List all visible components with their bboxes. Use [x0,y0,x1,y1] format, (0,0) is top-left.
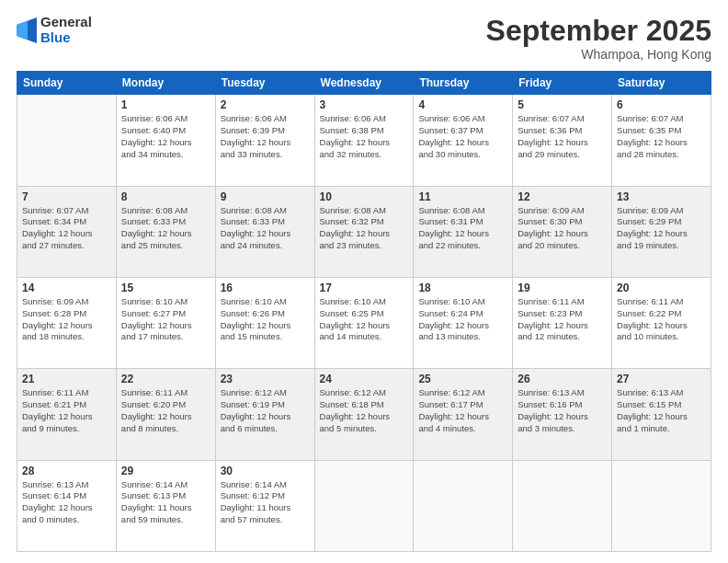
day-info: Sunrise: 6:11 AMSunset: 6:23 PMDaylight:… [518,296,607,343]
day-info: Sunrise: 6:06 AMSunset: 6:37 PMDaylight:… [418,113,507,160]
calendar-cell: 30Sunrise: 6:14 AMSunset: 6:12 PMDayligh… [215,460,314,551]
day-number: 12 [518,190,607,203]
day-info: Sunrise: 6:09 AMSunset: 6:28 PMDaylight:… [22,296,111,343]
day-info: Sunrise: 6:07 AMSunset: 6:36 PMDaylight:… [518,113,607,160]
day-number: 26 [518,373,607,385]
calendar-cell: 19Sunrise: 6:11 AMSunset: 6:23 PMDayligh… [513,277,612,368]
day-info: Sunrise: 6:13 AMSunset: 6:14 PMDaylight:… [22,479,111,526]
day-number: 7 [22,190,111,203]
calendar-cell [513,460,612,551]
day-header-sunday: Sunday [17,72,117,95]
day-number: 9 [221,190,310,203]
day-number: 24 [320,373,409,385]
day-number: 1 [121,98,210,111]
day-info: Sunrise: 6:06 AMSunset: 6:38 PMDaylight:… [320,113,409,160]
day-number: 28 [22,465,111,477]
calendar-cell: 17Sunrise: 6:10 AMSunset: 6:25 PMDayligh… [314,277,414,368]
day-number: 18 [418,282,507,294]
calendar-cell: 15Sunrise: 6:10 AMSunset: 6:27 PMDayligh… [116,277,215,368]
calendar-cell: 1Sunrise: 6:06 AMSunset: 6:40 PMDaylight… [116,95,215,186]
day-info: Sunrise: 6:12 AMSunset: 6:19 PMDaylight:… [221,387,310,434]
calendar-cell [414,460,513,551]
calendar-cell: 10Sunrise: 6:08 AMSunset: 6:32 PMDayligh… [314,186,414,277]
day-number: 21 [22,373,111,385]
day-number: 2 [221,98,310,111]
day-header-tuesday: Tuesday [215,72,314,95]
day-info: Sunrise: 6:10 AMSunset: 6:27 PMDaylight:… [121,296,210,343]
day-header-monday: Monday [116,72,215,95]
day-info: Sunrise: 6:09 AMSunset: 6:29 PMDaylight:… [617,205,706,252]
logo-general: General [40,15,92,30]
calendar-cell: 2Sunrise: 6:06 AMSunset: 6:39 PMDaylight… [215,95,314,186]
svg-marker-1 [17,21,28,40]
day-number: 16 [221,282,310,294]
day-number: 14 [22,282,111,294]
day-number: 23 [221,373,310,385]
day-info: Sunrise: 6:10 AMSunset: 6:24 PMDaylight:… [418,296,507,343]
calendar-cell: 29Sunrise: 6:14 AMSunset: 6:13 PMDayligh… [116,460,215,551]
calendar-cell: 11Sunrise: 6:08 AMSunset: 6:31 PMDayligh… [414,186,513,277]
day-info: Sunrise: 6:07 AMSunset: 6:34 PMDaylight:… [22,205,111,252]
calendar-cell: 12Sunrise: 6:09 AMSunset: 6:30 PMDayligh… [513,186,612,277]
calendar-table: SundayMondayTuesdayWednesdayThursdayFrid… [17,71,711,552]
day-info: Sunrise: 6:06 AMSunset: 6:39 PMDaylight:… [221,113,310,160]
day-info: Sunrise: 6:08 AMSunset: 6:33 PMDaylight:… [121,205,210,252]
calendar-cell: 26Sunrise: 6:13 AMSunset: 6:16 PMDayligh… [513,369,612,460]
day-info: Sunrise: 6:06 AMSunset: 6:40 PMDaylight:… [121,113,210,160]
day-number: 27 [617,373,706,385]
calendar-cell: 3Sunrise: 6:06 AMSunset: 6:38 PMDaylight… [314,95,414,186]
day-number: 4 [418,98,507,111]
day-number: 25 [418,373,507,385]
day-info: Sunrise: 6:14 AMSunset: 6:13 PMDaylight:… [121,479,210,526]
calendar-cell [314,460,414,551]
logo: General Blue [17,15,92,45]
calendar-cell: 28Sunrise: 6:13 AMSunset: 6:14 PMDayligh… [17,460,117,551]
day-info: Sunrise: 6:10 AMSunset: 6:26 PMDaylight:… [221,296,310,343]
day-header-saturday: Saturday [612,72,711,95]
day-info: Sunrise: 6:08 AMSunset: 6:32 PMDaylight:… [320,205,409,252]
day-info: Sunrise: 6:11 AMSunset: 6:20 PMDaylight:… [121,387,210,434]
day-header-friday: Friday [513,72,612,95]
calendar-cell: 27Sunrise: 6:13 AMSunset: 6:15 PMDayligh… [612,369,711,460]
calendar-cell: 5Sunrise: 6:07 AMSunset: 6:36 PMDaylight… [513,95,612,186]
calendar-cell: 16Sunrise: 6:10 AMSunset: 6:26 PMDayligh… [215,277,314,368]
day-header-thursday: Thursday [414,72,513,95]
day-info: Sunrise: 6:09 AMSunset: 6:30 PMDaylight:… [518,205,607,252]
page: General Blue September 2025 Whampoa, Hon… [0,0,728,563]
day-info: Sunrise: 6:07 AMSunset: 6:35 PMDaylight:… [617,113,706,160]
calendar-cell: 14Sunrise: 6:09 AMSunset: 6:28 PMDayligh… [17,277,117,368]
day-number: 8 [121,190,210,203]
day-number: 11 [418,190,507,203]
day-number: 5 [518,98,607,111]
day-info: Sunrise: 6:14 AMSunset: 6:12 PMDaylight:… [221,479,310,526]
day-number: 15 [121,282,210,294]
day-info: Sunrise: 6:12 AMSunset: 6:17 PMDaylight:… [418,387,507,434]
day-number: 29 [121,465,210,477]
day-number: 22 [121,373,210,385]
calendar-cell: 13Sunrise: 6:09 AMSunset: 6:29 PMDayligh… [612,186,711,277]
day-info: Sunrise: 6:13 AMSunset: 6:15 PMDaylight:… [617,387,706,434]
calendar-cell: 9Sunrise: 6:08 AMSunset: 6:33 PMDaylight… [215,186,314,277]
calendar-cell: 20Sunrise: 6:11 AMSunset: 6:22 PMDayligh… [612,277,711,368]
day-info: Sunrise: 6:11 AMSunset: 6:22 PMDaylight:… [617,296,706,343]
calendar-cell: 4Sunrise: 6:06 AMSunset: 6:37 PMDaylight… [414,95,513,186]
calendar-cell: 23Sunrise: 6:12 AMSunset: 6:19 PMDayligh… [215,369,314,460]
title-block: September 2025 Whampoa, Hong Kong [486,15,711,62]
calendar-cell: 7Sunrise: 6:07 AMSunset: 6:34 PMDaylight… [17,186,117,277]
calendar-cell: 22Sunrise: 6:11 AMSunset: 6:20 PMDayligh… [116,369,215,460]
calendar-cell: 6Sunrise: 6:07 AMSunset: 6:35 PMDaylight… [612,95,711,186]
calendar-cell: 18Sunrise: 6:10 AMSunset: 6:24 PMDayligh… [414,277,513,368]
day-number: 19 [518,282,607,294]
header: General Blue September 2025 Whampoa, Hon… [17,15,711,62]
day-number: 20 [617,282,706,294]
day-number: 17 [320,282,409,294]
calendar-cell [612,460,711,551]
logo-icon [17,17,37,43]
calendar-cell [17,95,117,186]
day-info: Sunrise: 6:10 AMSunset: 6:25 PMDaylight:… [320,296,409,343]
day-number: 10 [320,190,409,203]
day-info: Sunrise: 6:08 AMSunset: 6:31 PMDaylight:… [418,205,507,252]
calendar-cell: 8Sunrise: 6:08 AMSunset: 6:33 PMDaylight… [116,186,215,277]
day-number: 13 [617,190,706,203]
calendar-cell: 25Sunrise: 6:12 AMSunset: 6:17 PMDayligh… [414,369,513,460]
